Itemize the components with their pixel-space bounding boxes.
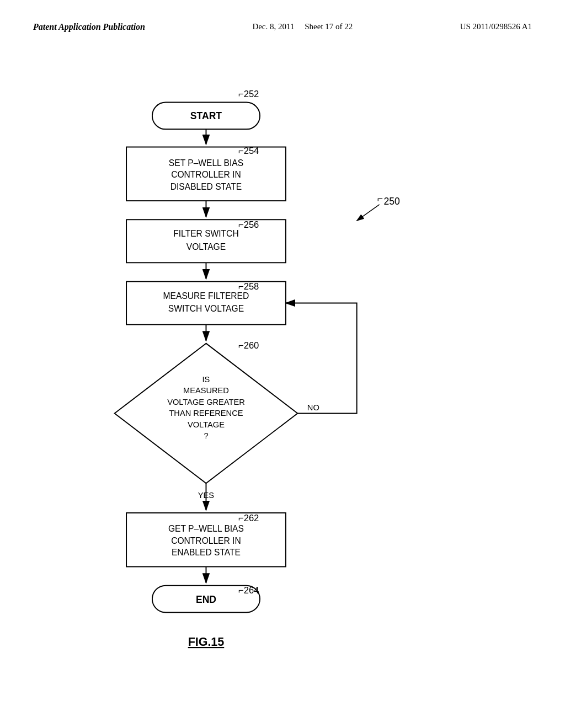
svg-text:SWITCH VOLTAGE: SWITCH VOLTAGE [168,304,244,313]
ref-258-label: ⌐258 [238,281,259,292]
svg-text:FILTER SWITCH: FILTER SWITCH [173,229,238,238]
flowchart-area: 250 ⌐ ⌐252 START ⌐254 SET P–WELL BIAS CO… [0,49,565,710]
arrow-no-feedback [286,303,357,413]
svg-text:MEASURE FILTERED: MEASURE FILTERED [163,291,249,301]
publication-title: Patent Application Publication [33,22,145,32]
ref-256-label: ⌐256 [238,220,259,230]
no-label: NO [307,403,319,412]
ref-260-label: ⌐260 [238,340,259,351]
svg-text:ENABLED STATE: ENABLED STATE [172,548,241,557]
ref-264-label: ⌐264 [238,585,259,596]
patent-number: US 2011/0298526 A1 [460,22,532,31]
svg-text:GET P–WELL BIAS: GET P–WELL BIAS [168,524,244,533]
svg-text:CONTROLLER IN: CONTROLLER IN [171,536,241,545]
svg-text:SET P–WELL BIAS: SET P–WELL BIAS [169,158,243,168]
svg-text:DISABLED STATE: DISABLED STATE [170,182,242,191]
node-258 [126,281,286,324]
ref-250: 250 [383,196,400,207]
flowchart-svg: 250 ⌐ ⌐252 START ⌐254 SET P–WELL BIAS CO… [0,49,565,710]
sheet-info: Sheet 17 of 22 [305,22,353,31]
publication-date: Dec. 8, 2011 [252,22,294,31]
node-256 [126,220,286,263]
node-end-text: END [196,594,216,605]
ref-250-arrow [357,205,380,221]
page-header: Patent Application Publication Dec. 8, 2… [0,0,565,32]
svg-text:MEASURED: MEASURED [183,386,229,395]
figure-caption: FIG.15 [188,635,225,649]
svg-text:IS: IS [202,375,210,384]
header-date-sheet: Dec. 8, 2011 Sheet 17 of 22 [252,22,353,31]
svg-text:⌐: ⌐ [377,193,383,204]
svg-text:THAN REFERENCE: THAN REFERENCE [169,409,243,417]
svg-text:VOLTAGE: VOLTAGE [186,242,226,251]
node-start-text: START [190,110,222,121]
ref-262-label: ⌐262 [238,513,259,523]
ref-252-label: ⌐252 [238,89,259,99]
svg-text:?: ? [204,431,208,440]
svg-text:VOLTAGE: VOLTAGE [188,420,225,429]
svg-text:CONTROLLER IN: CONTROLLER IN [171,170,241,179]
svg-text:VOLTAGE GREATER: VOLTAGE GREATER [167,398,245,406]
